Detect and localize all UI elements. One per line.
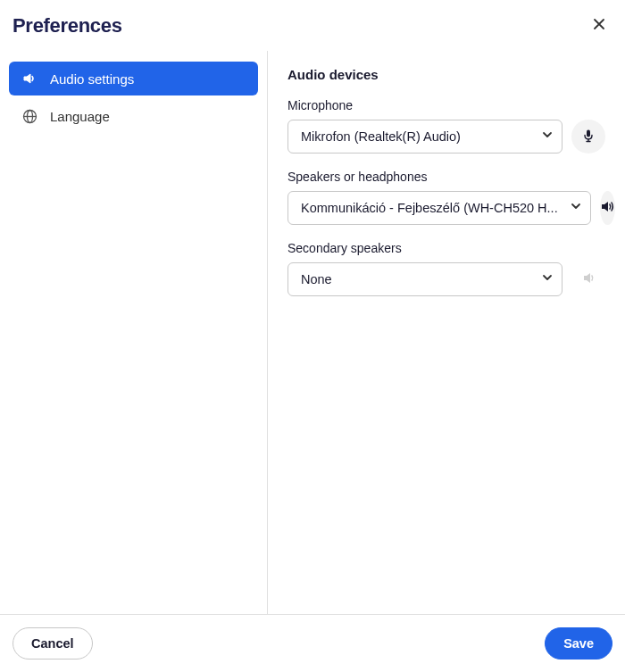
svg-rect-2	[587, 129, 590, 137]
sidebar-item-label: Audio settings	[50, 71, 134, 87]
microphone-field-group: Microphone Mikrofon (Realtek(R) Audio)	[288, 98, 605, 153]
speaker-loud-icon	[600, 199, 615, 217]
speaker-quiet-icon	[581, 270, 596, 288]
speakers-label: Speakers or headphones	[288, 170, 605, 184]
save-button[interactable]: Save	[545, 627, 612, 660]
secondary-speakers-row: None	[288, 262, 605, 296]
secondary-speakers-field-group: Secondary speakers None	[288, 241, 605, 296]
preferences-content: Audio devices Microphone Mikrofon (Realt…	[268, 51, 625, 614]
speakers-select[interactable]: Kommunikáció - Fejbeszélő (WH-CH520 H...	[288, 191, 591, 225]
secondary-speakers-label: Secondary speakers	[288, 241, 605, 255]
speakers-select-value[interactable]: Kommunikáció - Fejbeszélő (WH-CH520 H...	[288, 191, 591, 225]
speakers-field-group: Speakers or headphones Kommunikáció - Fe…	[288, 170, 605, 225]
microphone-select-value[interactable]: Mikrofon (Realtek(R) Audio)	[288, 120, 562, 153]
close-icon	[591, 16, 607, 35]
sidebar-item-language[interactable]: Language	[9, 99, 258, 133]
cancel-button[interactable]: Cancel	[12, 627, 93, 660]
globe-icon	[21, 108, 38, 124]
speakers-row: Kommunikáció - Fejbeszélő (WH-CH520 H...	[288, 191, 605, 225]
sidebar-item-audio-settings[interactable]: Audio settings	[9, 62, 258, 95]
microphone-test-button[interactable]	[571, 120, 605, 153]
preferences-sidebar: Audio settings Language	[0, 51, 268, 614]
microphone-icon	[581, 129, 596, 145]
speakers-test-button[interactable]	[600, 191, 615, 225]
dialog-header: Preferences	[0, 0, 625, 51]
secondary-speakers-test-button	[571, 262, 605, 296]
section-title: Audio devices	[288, 67, 605, 82]
speaker-icon	[21, 71, 38, 87]
secondary-speakers-select-value[interactable]: None	[288, 262, 562, 296]
sidebar-item-label: Language	[50, 109, 110, 124]
microphone-label: Microphone	[288, 98, 605, 112]
dialog-title: Preferences	[12, 14, 122, 37]
microphone-row: Mikrofon (Realtek(R) Audio)	[288, 120, 605, 153]
dialog-body: Audio settings Language Audio devices Mi…	[0, 51, 625, 614]
dialog-footer: Cancel Save	[0, 614, 625, 672]
secondary-speakers-select[interactable]: None	[288, 262, 562, 296]
close-button[interactable]	[588, 12, 611, 38]
microphone-select[interactable]: Mikrofon (Realtek(R) Audio)	[288, 120, 562, 153]
